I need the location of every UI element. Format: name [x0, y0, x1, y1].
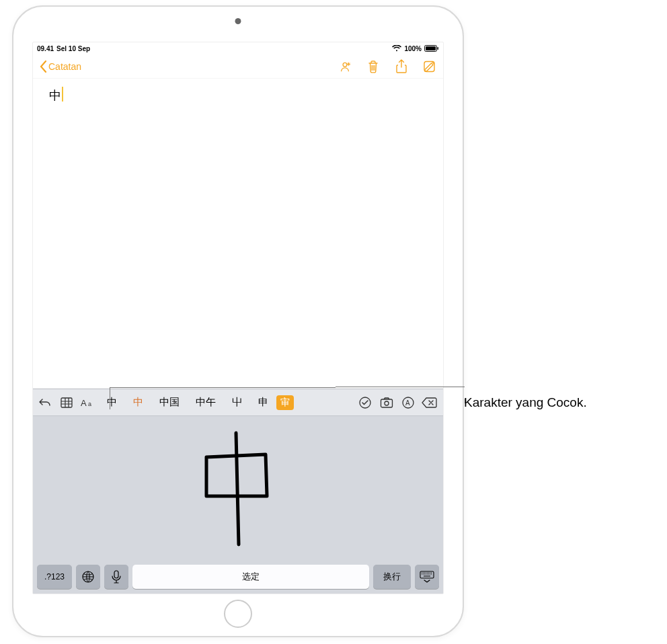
note-content: 中	[49, 89, 61, 102]
candidate-item[interactable]: 中午	[188, 389, 224, 415]
back-label: Catatan	[48, 61, 81, 72]
font-size-icon[interactable]: Aa	[80, 395, 96, 411]
nav-bar: Catatan	[33, 54, 443, 79]
candidate-item[interactable]: 中	[125, 389, 151, 415]
dismiss-keyboard-key[interactable]	[415, 565, 439, 589]
battery-icon	[424, 45, 439, 52]
microphone-icon	[112, 570, 121, 583]
svg-text:A: A	[81, 398, 87, 408]
share-icon[interactable]	[395, 60, 408, 73]
svg-point-3	[343, 63, 347, 67]
space-select-key[interactable]: 选定	[132, 565, 369, 589]
callout-text: Karakter yang Cocok.	[464, 395, 587, 409]
home-button[interactable]	[224, 600, 252, 628]
check-circle-icon[interactable]	[357, 395, 373, 411]
dictation-key[interactable]	[104, 565, 128, 589]
numeric-key[interactable]: .?123	[37, 565, 72, 589]
svg-point-11	[385, 401, 389, 405]
keyboard-bottom-row: .?123 选定 换行	[33, 563, 443, 594]
note-body[interactable]: 中	[33, 79, 443, 389]
backspace-icon[interactable]	[422, 395, 438, 411]
svg-rect-15	[114, 571, 118, 578]
candidate-row: Aa 中 中 中国 中午 屮 申 审	[33, 389, 443, 416]
globe-icon	[81, 570, 95, 583]
svg-rect-10	[381, 399, 393, 407]
handwriting-pad[interactable]	[33, 416, 443, 563]
candidate-list: 中 中 中国 中午 屮 申 审	[99, 389, 294, 415]
handwritten-stroke	[194, 429, 282, 550]
candidate-item[interactable]: 中国	[151, 389, 188, 415]
chevron-left-icon	[40, 61, 47, 73]
svg-rect-1	[426, 46, 436, 50]
svg-text:a: a	[88, 401, 91, 407]
undo-icon[interactable]	[37, 395, 53, 411]
status-date: Sel 10 Sep	[56, 45, 90, 52]
keyboard-dismiss-icon	[420, 571, 434, 583]
svg-point-4	[348, 63, 350, 65]
annotation-callout: Karakter yang Cocok.	[464, 395, 587, 410]
svg-text:A: A	[405, 399, 410, 407]
ipad-frame: 09.41 Sel 10 Sep 100% Catatan	[12, 5, 464, 637]
candidate-item[interactable]: 屮	[224, 389, 250, 415]
text-cursor	[62, 87, 63, 102]
screen: 09.41 Sel 10 Sep 100% Catatan	[32, 42, 444, 594]
wifi-icon	[392, 45, 401, 52]
candidate-item[interactable]: 申	[250, 389, 276, 415]
globe-key[interactable]	[76, 565, 100, 589]
svg-rect-2	[438, 47, 439, 50]
text-circle-icon[interactable]: A	[400, 395, 416, 411]
return-key[interactable]: 换行	[373, 565, 411, 589]
trash-icon[interactable]	[366, 60, 380, 73]
candidate-item[interactable]: 中	[99, 389, 125, 415]
compose-icon[interactable]	[423, 60, 436, 73]
grid-icon[interactable]	[58, 395, 75, 411]
svg-rect-6	[61, 398, 72, 407]
candidate-item-selected[interactable]: 审	[276, 395, 294, 410]
status-time: 09.41	[37, 45, 54, 52]
status-battery-pct: 100%	[404, 45, 422, 52]
device-camera	[235, 18, 241, 24]
handwriting-keyboard: Aa 中 中 中国 中午 屮 申 审	[33, 389, 443, 594]
status-bar: 09.41 Sel 10 Sep 100%	[33, 42, 443, 54]
back-button[interactable]: Catatan	[40, 61, 81, 73]
camera-icon[interactable]	[379, 395, 395, 411]
people-icon[interactable]	[338, 60, 352, 73]
